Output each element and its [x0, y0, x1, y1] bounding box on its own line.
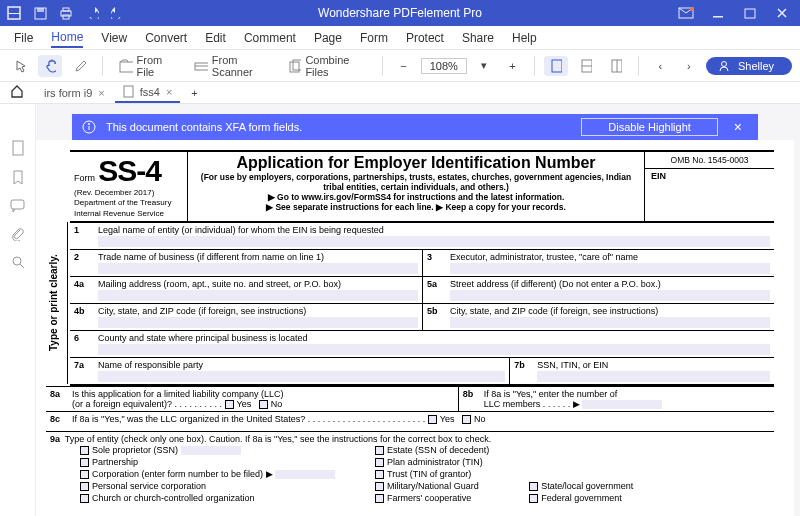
close-icon[interactable] [768, 3, 796, 23]
minimize-icon[interactable] [704, 3, 732, 23]
chk-church[interactable] [80, 494, 89, 503]
omb-number: OMB No. 1545-0003 [645, 152, 774, 169]
line7b-label: SSN, ITIN, or EIN [537, 360, 608, 370]
zoom-dropdown-icon[interactable]: ▾ [473, 56, 495, 75]
line3-field[interactable] [450, 263, 770, 274]
print-icon[interactable] [56, 3, 76, 23]
tab-close-icon[interactable]: × [166, 86, 172, 98]
search-icon[interactable] [11, 255, 25, 269]
zoom-level[interactable]: 108% [421, 58, 467, 74]
fit-width-icon[interactable] [574, 56, 598, 76]
checkbox-8a-no[interactable] [259, 400, 268, 409]
line5a-field[interactable] [450, 290, 770, 301]
separator [638, 56, 639, 76]
undo-icon[interactable] [82, 3, 102, 23]
edit-tool-icon[interactable] [68, 56, 92, 76]
info-icon [82, 120, 96, 134]
form-title: Application for Employer Identification … [194, 154, 638, 172]
menu-form[interactable]: Form [360, 29, 388, 47]
line4b-field[interactable] [98, 317, 418, 328]
svg-line-26 [20, 264, 24, 268]
type-print-label: Type or print clearly. [46, 222, 68, 384]
chk-mil[interactable] [375, 482, 384, 491]
fit-page-icon[interactable] [544, 56, 568, 76]
maximize-icon[interactable] [736, 3, 764, 23]
entity-col-right: State/local government Federal governmen… [529, 444, 633, 505]
hand-tool-icon[interactable] [38, 55, 62, 77]
checkbox-8c-no[interactable] [462, 415, 471, 424]
menu-page[interactable]: Page [314, 29, 342, 47]
svg-point-8 [690, 7, 694, 11]
tab-irs-form-i9[interactable]: irs form i9× [36, 82, 113, 103]
menu-edit[interactable]: Edit [205, 29, 226, 47]
form-dept2: Internal Revenue Service [74, 210, 183, 219]
chk-partnership[interactable] [80, 458, 89, 467]
line1-field[interactable] [98, 236, 770, 247]
chk-sole[interactable] [80, 446, 89, 455]
menu-bar: File Home View Convert Edit Comment Page… [0, 26, 800, 50]
chk-federal[interactable] [529, 494, 538, 503]
checkbox-8c-yes[interactable] [428, 415, 437, 424]
prev-page-icon[interactable]: ‹ [649, 57, 671, 75]
field-sole-ssn[interactable] [181, 446, 241, 455]
line2-field[interactable] [98, 263, 418, 274]
line8a-text1: Is this application for a limited liabil… [72, 389, 284, 399]
attachment-icon[interactable] [11, 226, 24, 241]
user-name: Shelley [738, 60, 774, 72]
form-subtitle2: ▶ Go to www.irs.gov/FormSS4 for instruct… [194, 192, 638, 202]
zoom-in-button[interactable]: + [501, 57, 523, 75]
menu-home[interactable]: Home [51, 28, 83, 48]
menu-file[interactable]: File [14, 29, 33, 47]
line4a-field[interactable] [98, 290, 418, 301]
new-tab-icon[interactable]: + [182, 84, 206, 102]
notice-close-icon[interactable]: × [728, 119, 748, 135]
form-subtitle1: (For use by employers, corporations, par… [194, 172, 638, 192]
zoom-out-button[interactable]: − [392, 57, 414, 75]
menu-share[interactable]: Share [462, 29, 494, 47]
mail-icon[interactable] [672, 3, 700, 23]
from-file-button[interactable]: From File [113, 51, 182, 81]
app-title: Wondershare PDFelement Pro [128, 6, 672, 20]
line7b-field[interactable] [537, 371, 770, 382]
checkbox-8a-yes[interactable] [225, 400, 234, 409]
form-revision: (Rev. December 2017) [74, 188, 183, 197]
bookmark-icon[interactable] [12, 170, 24, 185]
line7a-field[interactable] [98, 371, 505, 382]
app-logo-icon [4, 3, 24, 23]
next-page-icon[interactable]: › [678, 57, 700, 75]
select-tool-icon[interactable] [8, 56, 32, 76]
chk-state[interactable] [529, 482, 538, 491]
fit-height-icon[interactable] [604, 56, 628, 76]
menu-view[interactable]: View [101, 29, 127, 47]
tab-fss4[interactable]: fss4× [115, 82, 181, 103]
form-word: Form [74, 173, 95, 183]
comment-icon[interactable] [10, 199, 25, 212]
line1-label: Legal name of entity (or individual) for… [98, 225, 384, 235]
line5a-label: Street address (if different) (Do not en… [450, 279, 661, 289]
tab-close-icon[interactable]: × [98, 87, 104, 99]
thumbnails-icon[interactable] [11, 140, 25, 156]
home-icon[interactable] [10, 84, 24, 98]
svg-rect-22 [124, 86, 133, 97]
user-pill[interactable]: Shelley [706, 57, 792, 75]
chk-psc[interactable] [80, 482, 89, 491]
svg-point-21 [721, 61, 726, 66]
save-icon[interactable] [30, 3, 50, 23]
menu-comment[interactable]: Comment [244, 29, 296, 47]
menu-help[interactable]: Help [512, 29, 537, 47]
menu-protect[interactable]: Protect [406, 29, 444, 47]
chk-plan[interactable] [375, 458, 384, 467]
line6-field[interactable] [98, 344, 770, 355]
field-corp-form[interactable] [275, 470, 335, 479]
line5b-field[interactable] [450, 317, 770, 328]
chk-corp[interactable] [80, 470, 89, 479]
line8b-field[interactable] [582, 400, 662, 409]
chk-estate[interactable] [375, 446, 384, 455]
menu-convert[interactable]: Convert [145, 29, 187, 47]
combine-button[interactable]: Combine Files [283, 51, 371, 81]
chk-farmer[interactable] [375, 494, 384, 503]
from-scanner-button[interactable]: From Scanner [188, 51, 277, 81]
disable-highlight-button[interactable]: Disable Highlight [581, 118, 718, 136]
redo-icon[interactable] [108, 3, 128, 23]
chk-trust[interactable] [375, 470, 384, 479]
